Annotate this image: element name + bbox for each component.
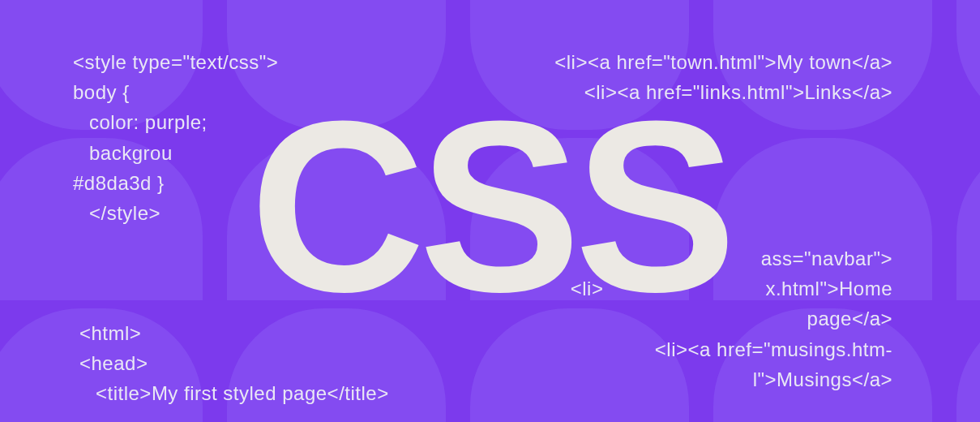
code-line: body {	[73, 77, 278, 107]
code-line: <style type="text/css">	[73, 47, 278, 77]
code-line: backgrou	[73, 138, 278, 168]
code-line: </style>	[73, 198, 278, 228]
code-snippet-style-block: <style type="text/css"> body { color: pu…	[73, 47, 278, 228]
code-line: l">Musings</a>	[571, 364, 892, 394]
code-line: <head>	[79, 348, 389, 378]
code-line: <title>My first styled page</title>	[79, 378, 389, 408]
code-line: #d8da3d }	[73, 168, 278, 198]
hero-title-css: CSS	[250, 84, 730, 328]
code-line: color: purple;	[73, 107, 278, 137]
